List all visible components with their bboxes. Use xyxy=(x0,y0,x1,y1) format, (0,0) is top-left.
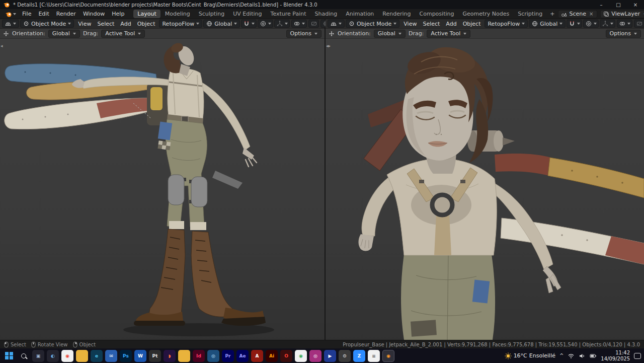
taskbar-icon-blender[interactable]: ◉ xyxy=(382,350,394,362)
maximize-button[interactable]: □ xyxy=(610,0,627,9)
workspace-tab[interactable]: Scripting xyxy=(514,10,546,18)
taskbar-icon-mail[interactable]: ✉ xyxy=(105,350,117,362)
taskbar-icon-chrome[interactable]: ◉ xyxy=(61,350,73,362)
editor-type-button[interactable] xyxy=(328,20,345,28)
taskbar-icon-media-player[interactable]: ▶ xyxy=(324,350,336,362)
orientation-dropdown[interactable]: Global xyxy=(48,30,80,38)
mode-dropdown[interactable]: Object Mode xyxy=(20,20,74,28)
tray-expand-button[interactable]: ^ xyxy=(559,353,564,358)
taskbar-icon-premiere[interactable]: Pr xyxy=(222,350,234,362)
workspace-tab[interactable]: Sculpting xyxy=(195,10,228,18)
transform-orientation-dropdown[interactable]: Global xyxy=(529,20,566,28)
viewport-menu[interactable]: View xyxy=(75,20,94,28)
menu[interactable]: Window xyxy=(79,10,108,18)
show-overlays-button[interactable] xyxy=(618,20,626,27)
editor-type-button[interactable] xyxy=(2,20,19,28)
workspace-tab[interactable]: Compositing xyxy=(416,10,458,18)
gizmo-dropdown[interactable] xyxy=(609,20,614,27)
workspace-tab[interactable]: UV Editing xyxy=(229,10,266,18)
overlays-dropdown[interactable] xyxy=(301,20,306,27)
workspace-tab[interactable]: Rendering xyxy=(378,10,415,18)
region-collapse-arrow[interactable]: ◂ xyxy=(1,44,3,48)
taskbar-icon-firefox[interactable]: ◗ xyxy=(164,350,176,362)
menu[interactable]: Render xyxy=(53,10,79,18)
taskbar-icon-zoom[interactable]: Z xyxy=(353,350,365,362)
taskbar-icon-word[interactable]: W xyxy=(134,350,146,362)
search-button[interactable] xyxy=(18,350,30,362)
add-workspace-button[interactable]: + xyxy=(547,11,557,17)
mode-dropdown[interactable]: Object Mode xyxy=(346,20,399,28)
minimize-button[interactable]: – xyxy=(593,0,610,9)
close-button[interactable]: × xyxy=(627,0,644,9)
viewport-menu[interactable]: Object xyxy=(134,20,158,28)
taskbar-icon-instagram[interactable]: ◎ xyxy=(309,350,321,362)
proportional-edit-button[interactable] xyxy=(259,20,267,27)
start-button[interactable] xyxy=(3,350,15,362)
region-resize-handle[interactable]: ◂▸ xyxy=(326,44,331,48)
unlink-scene-button[interactable]: × xyxy=(588,11,594,17)
viewport-menu[interactable]: Add xyxy=(443,20,459,28)
workspace-tab[interactable]: Layout xyxy=(133,10,160,18)
transform-orientation-dropdown[interactable]: Global xyxy=(203,20,240,28)
volume-icon[interactable] xyxy=(579,352,586,359)
new-viewlayer-button[interactable]: + xyxy=(642,11,644,17)
viewport-menu[interactable]: Object xyxy=(460,20,484,28)
snap-settings-dropdown[interactable] xyxy=(251,20,256,27)
viewport-menu[interactable]: View xyxy=(400,20,420,28)
taskbar-icon-folder[interactable] xyxy=(178,350,190,362)
notification-center-button[interactable] xyxy=(634,353,641,359)
taskbar-icon-paint-tool[interactable]: Pt xyxy=(149,350,161,362)
retopoflow-dropdown[interactable]: RetopoFlow xyxy=(485,20,528,28)
snap-toggle-button[interactable] xyxy=(568,20,576,27)
weather-widget[interactable]: 16°C Ensoleillé xyxy=(505,352,555,359)
taskbar-icon-edge[interactable]: e xyxy=(91,350,103,362)
toggle-xray-button[interactable] xyxy=(309,20,318,27)
snap-settings-dropdown[interactable] xyxy=(576,20,581,27)
options-dropdown[interactable]: Options xyxy=(606,30,641,38)
show-gizmo-button[interactable] xyxy=(275,20,284,27)
workspace-tab[interactable]: Texture Paint xyxy=(267,10,310,18)
options-dropdown[interactable]: Options xyxy=(286,30,321,38)
proportional-edit-dropdown[interactable] xyxy=(593,20,598,27)
viewport-3d-canvas-right[interactable]: ◂▸ xyxy=(326,39,644,340)
taskbar-icon-after-effects[interactable]: Ae xyxy=(236,350,249,362)
taskbar-icon-camera[interactable]: ◎ xyxy=(207,350,219,362)
taskbar-icon-task-view[interactable]: ▣ xyxy=(32,350,44,362)
overlays-dropdown[interactable] xyxy=(626,20,631,27)
gizmo-dropdown[interactable] xyxy=(284,20,289,27)
orientation-dropdown[interactable]: Global xyxy=(374,30,406,38)
viewport-menu[interactable]: Select xyxy=(420,20,443,28)
workspace-tab[interactable]: Modeling xyxy=(161,10,194,18)
viewport-menu[interactable]: Select xyxy=(94,20,117,28)
retopoflow-dropdown[interactable]: RetopoFlow xyxy=(159,20,202,28)
workspace-tab[interactable]: Animation xyxy=(342,10,378,18)
show-gizmo-button[interactable] xyxy=(601,20,609,27)
clock[interactable]: 11:42 14/09/2025 xyxy=(601,350,630,362)
taskbar-icon-chrome-beta[interactable]: ◉ xyxy=(295,350,307,362)
battery-icon[interactable] xyxy=(590,352,597,359)
workspace-tab[interactable]: Shading xyxy=(311,10,342,18)
taskbar-icon-photoshop[interactable]: Ps xyxy=(120,350,132,362)
scene-selector[interactable]: Scene × xyxy=(558,10,597,18)
workspace-tab[interactable]: Geometry Nodes xyxy=(458,10,513,18)
app-menu-button[interactable] xyxy=(3,11,18,18)
taskbar-icon-indesign[interactable]: Id xyxy=(193,350,205,362)
viewport-3d-canvas-left[interactable]: ◂ xyxy=(0,39,325,340)
drag-dropdown[interactable]: Active Tool xyxy=(101,30,145,38)
taskbar-icon-opera[interactable]: O xyxy=(280,350,292,362)
viewport-menu[interactable]: Add xyxy=(117,20,134,28)
viewlayer-selector[interactable]: ViewLayer + xyxy=(600,10,644,18)
menu[interactable]: File xyxy=(19,10,35,18)
taskbar-icon-notepad[interactable]: ≡ xyxy=(368,350,380,362)
toggle-xray-button[interactable] xyxy=(635,20,643,27)
proportional-edit-dropdown[interactable] xyxy=(267,20,272,27)
snap-toggle-button[interactable] xyxy=(242,20,251,27)
show-overlays-button[interactable] xyxy=(292,20,301,27)
taskbar-icon-settings[interactable]: ⚙ xyxy=(339,350,351,362)
taskbar-icon-file-explorer[interactable] xyxy=(76,350,88,362)
proportional-edit-button[interactable] xyxy=(584,20,593,27)
menu[interactable]: Help xyxy=(108,10,128,18)
taskbar-icon-illustrator[interactable]: Ai xyxy=(266,350,278,362)
menu[interactable]: Edit xyxy=(35,10,52,18)
drag-dropdown[interactable]: Active Tool xyxy=(427,30,470,38)
